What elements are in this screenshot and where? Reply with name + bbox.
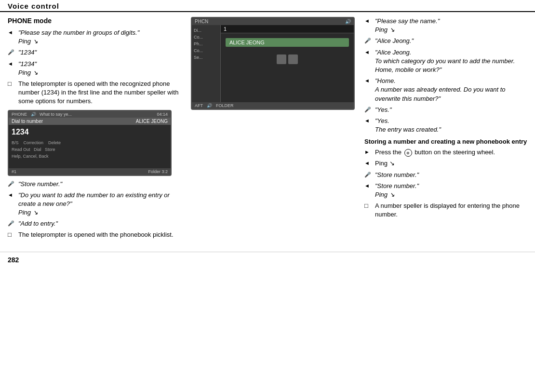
left-entry-4: The teleprompter is opened with the reco…	[8, 80, 181, 106]
phone-icon-1	[277, 54, 286, 64]
phone-b-statusbar: #1 Folder 3:2	[9, 168, 171, 175]
phone-b-actions-2: Read Out Dial Store	[12, 147, 168, 152]
phone-b-actions-1: B/S Correction Delete	[12, 140, 168, 145]
right-speaker-icon-1	[364, 17, 373, 24]
right-entry-4-text: "Home.A number was already entered. Do y…	[375, 77, 527, 103]
phone-top-label: PHCN	[195, 19, 208, 24]
left-entry-2: "1234"	[8, 48, 181, 57]
page-title: Voice control	[8, 2, 527, 10]
phone-screen-bottom: PHONE 🔊 What to say ye... 04:14 Dial to …	[8, 110, 172, 176]
phone-screen-bottom-folder: FOLDER	[216, 103, 234, 108]
menu-item-2: Co...	[192, 34, 220, 41]
left-entry-3: "1234"Ping ↘	[8, 60, 181, 77]
phone-number-display: 1	[221, 25, 354, 33]
left-entry-8-text: The teleprompter is opened with the phon…	[18, 230, 181, 239]
right-entry-2-text: "Alice Jeong."	[375, 37, 527, 45]
right-speaker-icon-6	[364, 182, 373, 189]
phone-b-actions-3: Help, Cancel, Back	[12, 154, 168, 159]
right-entry-3-text: "Alice Jeong.To which category do you wa…	[375, 48, 527, 75]
right-checkbox-icon-1	[364, 202, 373, 209]
right-entry-6-text: "Yes.The entry was created."	[375, 117, 527, 134]
checkbox-icon-2	[8, 231, 16, 238]
left-entry-6: "Do you want to add the number to an exi…	[8, 191, 181, 217]
right-sub-entry-3-text: "Store number."	[375, 171, 527, 179]
phone-menu-list: Di... Co... Ph... Co... Se...	[192, 25, 221, 102]
phone-screen-bottom-bar: AFT 🔊 FOLDER	[192, 102, 354, 109]
page-number: 282	[0, 252, 535, 268]
right-entry-1-text: "Please say the name."Ping ↘	[375, 17, 527, 34]
checkbox-icon-1	[8, 80, 16, 87]
right-sub-entry-4-text: "Store number."Ping ↘	[375, 182, 527, 199]
right-sub-entry-5: A number speller is displayed for enteri…	[364, 202, 527, 219]
right-sub-entry-2-text: Ping ↘	[375, 159, 527, 168]
right-entry-5-text: "Yes."	[375, 106, 527, 114]
mic-icon-1	[8, 49, 16, 55]
left-entry-2-text: "1234"	[18, 48, 181, 57]
phone-bottom-topbar: PHONE 🔊 What to say ye... 04:14	[9, 111, 171, 118]
speaker-icon-2	[8, 60, 16, 67]
phone-screen-top: PHCN 🔊 Di... Co... Ph... Co... Se... 1 A…	[191, 17, 355, 110]
right-speaker-icon-2	[364, 49, 373, 55]
right-sub-entry-4: "Store number."Ping ↘	[364, 182, 527, 199]
right-sub-entry-1: Press the ⊛ button on the steering wheel…	[364, 148, 527, 157]
right-entry-6: "Yes.The entry was created."	[364, 117, 527, 134]
right-speaker-icon-5	[364, 160, 373, 166]
left-entry-4-text: The teleprompter is opened with the reco…	[18, 80, 181, 106]
left-entry-1: "Please say the number in groups of digi…	[8, 28, 181, 46]
left-entry-8: The teleprompter is opened with the phon…	[8, 230, 181, 239]
phone-b-title-right: ALICE JEONG	[136, 119, 168, 124]
phone-contact-bar: ALICE JEONG	[226, 38, 349, 47]
right-mic-icon-3	[364, 171, 373, 178]
right-entry-3: "Alice Jeong.To which category do you wa…	[364, 48, 527, 75]
phone-b-number: 1234	[12, 128, 168, 136]
phone-main-area: 1 ALICE JEONG	[221, 25, 354, 102]
phone-b-status-right: Folder 3:2	[148, 169, 168, 174]
right-mic-icon-1	[364, 37, 373, 44]
center-column: PHCN 🔊 Di... Co... Ph... Co... Se... 1 A…	[186, 17, 360, 242]
right-sub-entry-2: Ping ↘	[364, 159, 527, 168]
left-entry-3-text: "1234"Ping ↘	[18, 60, 181, 77]
right-sub-entry-5-text: A number speller is displayed for enteri…	[375, 202, 527, 219]
right-sub-entry-1-text: Press the ⊛ button on the steering wheel…	[375, 148, 527, 157]
phone-b-title-left: Dial to number	[12, 119, 43, 124]
right-entry-5: "Yes."	[364, 106, 527, 114]
phone-screen-bottom-btn2: 🔊	[207, 103, 212, 108]
left-entry-5-text: "Store number."	[18, 180, 181, 189]
phone-icon-row	[221, 52, 354, 67]
left-entry-7: "Add to entry."	[8, 219, 181, 228]
left-column: PHONE mode "Please say the number in gro…	[8, 17, 186, 242]
left-entry-6-text: "Do you want to add the number to an exi…	[18, 191, 181, 217]
phone-b-body: 1234 B/S Correction Delete Read Out Dial…	[9, 125, 171, 168]
right-entry-4: "Home.A number was already entered. Do y…	[364, 77, 527, 103]
right-sub-entry-3: "Store number."	[364, 171, 527, 179]
phone-b-status-left: #1	[12, 169, 16, 174]
right-arrow-icon-1	[364, 149, 373, 155]
subsection-title: Storing a number and creating a new phon…	[364, 138, 527, 145]
menu-item-5: Se...	[192, 54, 220, 61]
page-content: PHONE mode "Please say the number in gro…	[0, 12, 535, 247]
speaker-icon-3	[8, 191, 16, 198]
steering-wheel-icon: ⊛	[404, 149, 412, 157]
phone-sidebar: Di... Co... Ph... Co... Se... 1 ALICE JE…	[192, 25, 354, 102]
menu-item-4: Co...	[192, 47, 220, 54]
phone-b-title: Dial to number ALICE JEONG	[9, 118, 171, 125]
page-header: Voice control	[0, 0, 535, 12]
right-column: "Please say the name."Ping ↘ "Alice Jeon…	[360, 17, 527, 242]
right-speaker-icon-4	[364, 117, 373, 124]
phone-bottom-topbar-time: 04:14	[157, 112, 168, 117]
mic-icon-2	[8, 180, 16, 187]
right-mic-icon-2	[364, 106, 373, 113]
menu-item-1: Di...	[192, 27, 220, 34]
speaker-icon-1	[8, 29, 16, 36]
phone-top-icon: 🔊	[345, 19, 351, 24]
phone-mode-title: PHONE mode	[8, 17, 181, 25]
phone-top-bar: PHCN 🔊	[192, 18, 354, 25]
mic-icon-3	[8, 220, 16, 227]
right-entry-1: "Please say the name."Ping ↘	[364, 17, 527, 34]
right-speaker-icon-3	[364, 77, 373, 84]
phone-icon-2	[288, 54, 298, 64]
phone-bottom-topbar-left: PHONE 🔊 What to say ye...	[12, 112, 72, 117]
menu-item-3: Ph...	[192, 41, 220, 47]
left-entry-7-text: "Add to entry."	[18, 219, 181, 228]
right-entry-2: "Alice Jeong."	[364, 37, 527, 45]
